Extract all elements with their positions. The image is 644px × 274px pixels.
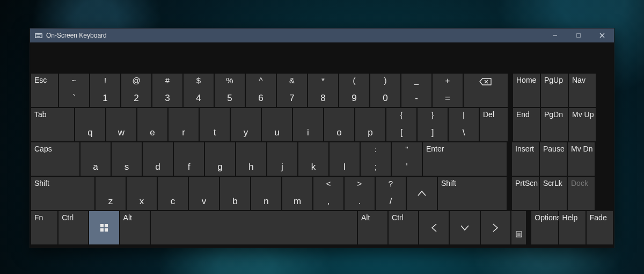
- key-label: Home: [516, 76, 536, 84]
- key-r[interactable]: r: [169, 108, 199, 141]
- key-label: Mv Up: [572, 110, 594, 119]
- key-main-label: 2: [134, 93, 138, 104]
- key-w[interactable]: w: [106, 108, 136, 141]
- key-left[interactable]: [419, 211, 449, 244]
- key-pause[interactable]: Pause: [540, 142, 567, 176]
- key-tab[interactable]: Tab: [31, 108, 74, 141]
- minimize-button[interactable]: [543, 28, 567, 42]
- key-m[interactable]: m: [282, 177, 312, 210]
- key-rshift[interactable]: Shift: [438, 177, 507, 210]
- key-enter[interactable]: Enter: [423, 142, 507, 176]
- key-mvdn[interactable]: Mv Dn: [568, 142, 595, 176]
- key-i[interactable]: i: [293, 108, 323, 141]
- key-period[interactable]: >.: [345, 177, 375, 210]
- key-slash[interactable]: ?/: [376, 177, 406, 210]
- key-a[interactable]: a: [80, 142, 111, 176]
- key-comma[interactable]: <,: [313, 177, 343, 210]
- key-minus[interactable]: _-: [401, 74, 431, 107]
- key-lalt[interactable]: Alt: [120, 211, 150, 244]
- key-t[interactable]: t: [200, 108, 230, 141]
- key-5[interactable]: %5: [215, 74, 245, 107]
- key-del[interactable]: Del: [480, 108, 508, 141]
- key-semicolon[interactable]: :;: [361, 142, 391, 176]
- close-button[interactable]: [590, 28, 614, 42]
- key-lctrl[interactable]: Ctrl: [58, 211, 88, 244]
- key-dock[interactable]: Dock: [568, 177, 595, 210]
- key-nav[interactable]: Nav: [569, 74, 596, 107]
- key-right[interactable]: [481, 211, 510, 244]
- maximize-button[interactable]: [567, 28, 590, 42]
- key-pgdn[interactable]: PgDn: [541, 108, 568, 141]
- key-main-label: =: [445, 93, 450, 104]
- key-options[interactable]: Options: [531, 211, 558, 244]
- key-pgup[interactable]: PgUp: [541, 74, 568, 107]
- key-insert[interactable]: Insert: [512, 142, 539, 176]
- key-0[interactable]: )0: [370, 74, 400, 107]
- key-h[interactable]: h: [236, 142, 266, 176]
- key-lshift[interactable]: Shift: [31, 177, 94, 210]
- key-win[interactable]: [89, 211, 119, 244]
- key-backspace[interactable]: [464, 74, 508, 107]
- key-end[interactable]: End: [513, 108, 540, 141]
- key-9[interactable]: (9: [339, 74, 369, 107]
- key-x[interactable]: x: [127, 177, 157, 210]
- key-equals[interactable]: +=: [433, 74, 463, 107]
- key-rctrl[interactable]: Ctrl: [389, 211, 418, 244]
- key-6[interactable]: ^6: [246, 74, 276, 107]
- key-f[interactable]: f: [174, 142, 204, 176]
- key-j[interactable]: j: [267, 142, 297, 176]
- titlebar[interactable]: On-Screen Keyboard: [30, 28, 614, 42]
- key-e[interactable]: e: [137, 108, 167, 141]
- key-1[interactable]: !1: [90, 74, 120, 107]
- key-main-label: l: [343, 162, 346, 172]
- key-label: Insert: [515, 145, 534, 153]
- key-quote[interactable]: "': [392, 142, 422, 176]
- key-2[interactable]: @2: [121, 74, 151, 107]
- key-scrlk[interactable]: ScrLk: [540, 177, 567, 210]
- key-lbracket[interactable]: {[: [386, 108, 416, 141]
- key-g[interactable]: g: [205, 142, 235, 176]
- key-shift-label: #: [165, 76, 170, 85]
- key-z[interactable]: z: [96, 177, 126, 210]
- key-esc[interactable]: Esc: [31, 74, 58, 107]
- key-grave[interactable]: ~`: [59, 74, 89, 107]
- key-c[interactable]: c: [158, 177, 188, 210]
- key-4[interactable]: $4: [184, 74, 214, 107]
- key-rbracket[interactable]: }]: [418, 108, 448, 141]
- key-fn[interactable]: Fn: [31, 211, 57, 244]
- key-q[interactable]: q: [75, 108, 105, 141]
- key-main-label: o: [336, 127, 341, 138]
- key-8[interactable]: *8: [308, 74, 338, 107]
- key-label: Nav: [572, 76, 586, 84]
- key-home[interactable]: Home: [513, 74, 540, 107]
- key-menu[interactable]: [511, 211, 526, 244]
- key-o[interactable]: o: [324, 108, 354, 141]
- key-backslash[interactable]: |\: [449, 108, 479, 141]
- key-l[interactable]: l: [330, 142, 360, 176]
- key-prtscn[interactable]: PrtScn: [512, 177, 539, 210]
- key-main-label: \: [463, 127, 465, 138]
- key-caps[interactable]: Caps: [31, 142, 79, 176]
- key-ralt[interactable]: Alt: [358, 211, 387, 244]
- key-k[interactable]: k: [298, 142, 328, 176]
- key-help[interactable]: Help: [559, 211, 586, 244]
- key-p[interactable]: p: [355, 108, 385, 141]
- key-v[interactable]: v: [189, 177, 219, 210]
- key-y[interactable]: y: [231, 108, 261, 141]
- chevron-down-icon: [459, 225, 470, 231]
- key-label: Esc: [34, 76, 47, 84]
- key-space[interactable]: [151, 211, 357, 244]
- key-7[interactable]: &7: [277, 74, 307, 107]
- key-3[interactable]: #3: [152, 74, 182, 107]
- key-fade[interactable]: Fade: [587, 211, 613, 244]
- key-d[interactable]: d: [143, 142, 173, 176]
- key-up[interactable]: [407, 177, 437, 210]
- svg-rect-5: [39, 34, 40, 35]
- osk-window: On-Screen Keyboard Esc~`!1@2#3$4%5^6&7*8…: [30, 28, 614, 248]
- key-down[interactable]: [450, 211, 479, 244]
- key-u[interactable]: u: [262, 108, 292, 141]
- key-s[interactable]: s: [112, 142, 142, 176]
- key-n[interactable]: n: [251, 177, 281, 210]
- key-b[interactable]: b: [220, 177, 250, 210]
- key-mvup[interactable]: Mv Up: [569, 108, 596, 141]
